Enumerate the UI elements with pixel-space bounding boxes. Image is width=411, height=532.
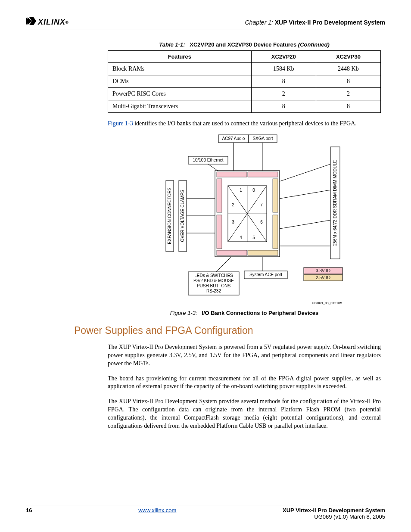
bank-2: 2 [232, 202, 234, 207]
label-ac97: AC97 Audio [222, 136, 245, 141]
svg-rect-14 [217, 250, 247, 255]
section-heading: Power Supplies and FPGA Configuration [74, 325, 385, 336]
cell-value: 8 [251, 75, 316, 88]
svg-line-27 [280, 190, 330, 199]
table-row: Multi-Gigabit Transceivers 8 8 [108, 100, 381, 113]
chapter-breadcrumb: Chapter 1: XUP Virtex-II Pro Development… [245, 19, 385, 26]
bank-7: 7 [260, 202, 263, 207]
svg-rect-12 [217, 172, 247, 177]
svg-rect-17 [217, 215, 222, 249]
figure-caption: Figure 1-3: I/O Bank Connections to Peri… [108, 310, 381, 316]
label-leds: LEDs & SWITCHES [194, 273, 233, 278]
bank-3: 3 [232, 220, 234, 224]
body-paragraph: The XUP Virtex-II Pro Development System… [108, 398, 381, 430]
cell-value: 8 [251, 100, 316, 113]
svg-line-26 [280, 164, 330, 181]
intro-text: identifies the I/O banks that are used t… [133, 120, 357, 127]
page-footer: 16 www.xilinx.com XUP Virtex-II Pro Deve… [26, 505, 385, 520]
label-33v: 3.3V IO [316, 268, 330, 273]
table-row: DCMs 8 8 [108, 75, 381, 88]
ug-code: UG069_03_012105 [312, 301, 342, 305]
svg-rect-19 [273, 215, 278, 249]
fig-caption-prefix: Figure 1-3: [170, 310, 197, 316]
table-caption-suffix: (Continued) [298, 41, 330, 48]
figure-1-3: AC97 Audio SXGA port 10/100 Ethernet EXP… [108, 134, 381, 306]
label-sxga: SXGA port [252, 136, 273, 141]
xilinx-logo: XILINX ® [26, 17, 69, 27]
bank-6: 6 [260, 220, 263, 224]
bank-4: 4 [240, 235, 242, 240]
body-paragraph: The board has provisioning for current m… [108, 375, 381, 391]
svg-line-28 [280, 220, 330, 229]
table-caption: Table 1-1: XC2VP20 and XC2VP30 Device Fe… [108, 41, 381, 48]
svg-line-30 [216, 257, 231, 272]
label-expansion: EXPANSION CONNECTORS [167, 187, 172, 244]
cell-feature: Block RAMs [108, 63, 252, 75]
label-push: PUSH BUTTONS [197, 283, 230, 288]
cell-value: 8 [316, 100, 380, 113]
table-caption-prefix: Table 1-1: [159, 41, 185, 48]
cell-value: 2 [316, 88, 380, 100]
svg-rect-15 [248, 250, 278, 255]
label-clamps: OVER VOLTAGE CLAMPS [180, 190, 185, 242]
footer-url[interactable]: www.xilinx.com [138, 507, 176, 513]
fig-caption-title: I/O Bank Connections to Peripheral Devic… [202, 310, 318, 316]
page-header: XILINX ® Chapter 1: XUP Virtex-II Pro De… [26, 17, 385, 29]
bank-0: 0 [252, 188, 255, 193]
cell-feature: DCMs [108, 75, 252, 88]
cell-feature: PowerPC RISC Cores [108, 88, 252, 100]
table-row: PowerPC RISC Cores 2 2 [108, 88, 381, 100]
body-paragraph: The XUP Virtex-II Pro Development System… [108, 343, 381, 368]
table-caption-title: XC2VP20 and XC2VP30 Device Features [190, 41, 296, 48]
device-features-table: Features XC2VP20 XC2VP30 Block RAMs 1584… [108, 50, 381, 113]
bank-1: 1 [240, 188, 242, 193]
table-row: Block RAMs 1584 Kb 2448 Kb [108, 63, 381, 75]
svg-rect-16 [217, 179, 222, 212]
chapter-label: Chapter 1: [245, 19, 273, 26]
label-ps2: PS/2 KBD & MOUSE [193, 278, 234, 283]
svg-rect-13 [248, 172, 278, 177]
cell-value: 8 [316, 75, 380, 88]
cell-value: 2 [251, 88, 316, 100]
cell-value: 1584 Kb [251, 63, 316, 75]
label-ethernet: 10/100 Ethernet [193, 158, 223, 162]
footer-doc-id: UG069 (v1.0) March 8, 2005 [314, 513, 385, 520]
col-features: Features [108, 51, 252, 63]
svg-rect-18 [273, 179, 278, 212]
col-xc2vp30: XC2VP30 [316, 51, 380, 63]
page-number: 16 [26, 507, 32, 520]
logo-icon [26, 17, 36, 27]
logo-registered: ® [65, 20, 69, 25]
footer-doc-title: XUP Virtex-II Pro Development System [283, 507, 385, 513]
label-sysace: System ACE port [249, 272, 282, 277]
col-xc2vp20: XC2VP20 [251, 51, 316, 63]
intro-paragraph: Figure 1-3 identifies the I/O banks that… [108, 120, 381, 128]
cell-feature: Multi-Gigabit Transceivers [108, 100, 252, 113]
bank-5: 5 [252, 235, 255, 240]
cell-value: 2448 Kb [316, 63, 380, 75]
figure-link[interactable]: Figure 1-3 [108, 120, 133, 127]
label-25v: 2.5V IO [316, 275, 330, 280]
label-dimm: 256M x 64/72 DDR SDRAM DIMM MODULE [333, 160, 337, 246]
logo-text: XILINX [38, 18, 65, 27]
chapter-title: XUP Virtex-II Pro Development System [275, 19, 385, 26]
table-header-row: Features XC2VP20 XC2VP30 [108, 51, 381, 63]
label-rs232: RS-232 [206, 289, 221, 293]
